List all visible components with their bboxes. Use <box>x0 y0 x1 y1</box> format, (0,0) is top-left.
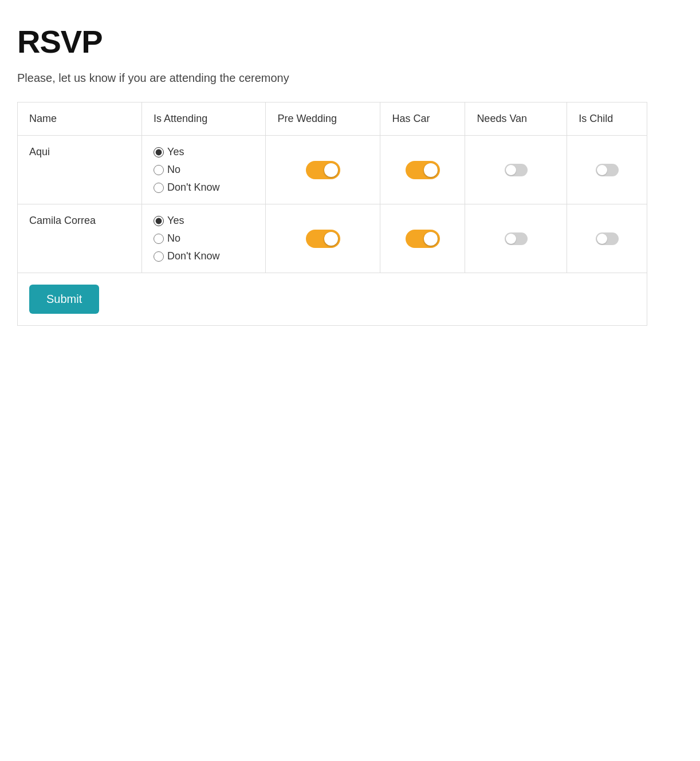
toggle-has-car-1[interactable] <box>406 230 440 248</box>
cell-needs-van-0[interactable] <box>465 136 567 204</box>
toggle-has-car-0[interactable] <box>406 161 440 179</box>
cell-pre-wedding-1[interactable] <box>266 204 380 273</box>
table-row: Camila CorreaYesNoDon't Know <box>18 204 647 273</box>
submit-button[interactable]: Submit <box>29 285 99 314</box>
submit-cell: Submit <box>18 273 647 326</box>
col-header-is-attending: Is Attending <box>142 102 266 136</box>
radio-don't-know-1[interactable]: Don't Know <box>154 250 254 262</box>
toggle-needs-van-1[interactable] <box>505 232 528 245</box>
cell-attending-0[interactable]: YesNoDon't Know <box>142 136 266 204</box>
submit-row: Submit <box>18 273 647 326</box>
toggle-needs-van-0[interactable] <box>505 164 528 176</box>
cell-attending-1[interactable]: YesNoDon't Know <box>142 204 266 273</box>
page-subtitle: Please, let us know if you are attending… <box>17 72 683 85</box>
cell-name-1: Camila Correa <box>18 204 142 273</box>
col-header-pre-wedding: Pre Wedding <box>266 102 380 136</box>
col-header-needs-van: Needs Van <box>465 102 567 136</box>
cell-name-0: Aqui <box>18 136 142 204</box>
radio-don't-know-0[interactable]: Don't Know <box>154 182 254 194</box>
cell-has-car-1[interactable] <box>380 204 465 273</box>
cell-pre-wedding-0[interactable] <box>266 136 380 204</box>
rsvp-table: Name Is Attending Pre Wedding Has Car Ne… <box>17 102 647 326</box>
cell-is-child-0[interactable] <box>567 136 647 204</box>
col-header-is-child: Is Child <box>567 102 647 136</box>
toggle-pre-wedding-1[interactable] <box>306 230 340 248</box>
toggle-pre-wedding-0[interactable] <box>306 161 340 179</box>
radio-yes-1[interactable]: Yes <box>154 215 254 227</box>
radio-yes-0[interactable]: Yes <box>154 146 254 158</box>
col-header-has-car: Has Car <box>380 102 465 136</box>
radio-no-0[interactable]: No <box>154 164 254 176</box>
table-row: AquiYesNoDon't Know <box>18 136 647 204</box>
cell-has-car-0[interactable] <box>380 136 465 204</box>
radio-no-1[interactable]: No <box>154 232 254 245</box>
table-header-row: Name Is Attending Pre Wedding Has Car Ne… <box>18 102 647 136</box>
page-title: RSVP <box>17 23 683 60</box>
toggle-is-child-1[interactable] <box>596 232 619 245</box>
toggle-is-child-0[interactable] <box>596 164 619 176</box>
col-header-name: Name <box>18 102 142 136</box>
cell-is-child-1[interactable] <box>567 204 647 273</box>
cell-needs-van-1[interactable] <box>465 204 567 273</box>
